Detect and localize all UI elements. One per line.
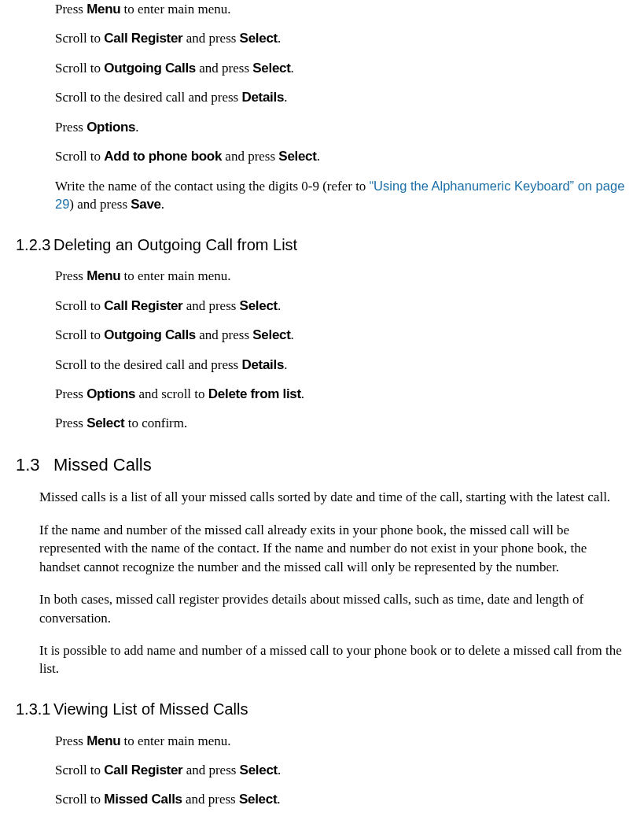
- ui-keyword: Select: [252, 61, 290, 76]
- step-line: Scroll to Call Register and press Select…: [55, 29, 628, 47]
- ui-keyword: Select: [239, 792, 277, 807]
- heading-title: Missed Calls: [53, 455, 152, 475]
- step-line: Press Options.: [55, 118, 628, 136]
- ui-keyword: Call Register: [104, 298, 182, 313]
- step-line: Scroll to Outgoing Calls and press Selec…: [55, 326, 628, 344]
- ui-keyword: Delete from list: [208, 386, 301, 401]
- step-text: Scroll to: [55, 298, 104, 313]
- ui-keyword: Details: [241, 357, 284, 372]
- step-line: Write the name of the contact using the …: [55, 177, 628, 214]
- step-text: and press: [182, 298, 239, 313]
- heading-title: Viewing List of Missed Calls: [53, 700, 248, 718]
- step-line: Scroll to the desired call and press Det…: [55, 356, 628, 374]
- step-text: Scroll to: [55, 763, 104, 777]
- step-text: Press: [55, 733, 86, 748]
- step-text: to confirm.: [124, 416, 187, 430]
- step-line: Scroll to Call Register and press Select…: [55, 297, 628, 315]
- step-text: Scroll to the desired call and press: [55, 357, 241, 372]
- step-text: .: [291, 327, 294, 342]
- heading-number: 1.3.1: [16, 699, 53, 721]
- heading-1-2-3: 1.2.3Deleting an Outgoing Call from List: [16, 235, 628, 257]
- paragraph: If the name and number of the missed cal…: [39, 521, 628, 576]
- step-line: Scroll to Add to phone book and press Se…: [55, 147, 628, 165]
- ui-keyword: Details: [241, 90, 284, 105]
- step-text: and press: [182, 31, 239, 46]
- ui-keyword: Menu: [86, 2, 120, 17]
- ui-keyword: Select: [240, 298, 278, 313]
- step-text: Scroll to: [55, 792, 104, 807]
- step-text: .: [161, 197, 164, 212]
- ui-keyword: Options: [86, 120, 135, 135]
- ui-keyword: Menu: [86, 268, 120, 283]
- ui-keyword: Call Register: [104, 763, 182, 777]
- step-line: Press Menu to enter main menu.: [55, 732, 628, 750]
- step-text: and scroll to: [135, 386, 208, 401]
- ui-keyword: Select: [240, 763, 278, 777]
- step-text: .: [277, 792, 280, 807]
- ui-keyword: Select: [278, 149, 316, 164]
- step-text: Press: [55, 268, 86, 283]
- step-text: Write the name of the contact using the …: [55, 179, 370, 194]
- step-line: Scroll to Outgoing Calls and press Selec…: [55, 59, 628, 77]
- step-line: Press Select to confirm.: [55, 414, 628, 432]
- heading-number: 1.2.3: [16, 235, 53, 257]
- ui-keyword: Save: [131, 197, 161, 212]
- step-text: .: [135, 120, 138, 135]
- ui-keyword: Select: [86, 416, 124, 430]
- step-line: Press Menu to enter main menu.: [55, 0, 628, 18]
- step-text: .: [278, 763, 281, 777]
- step-line: Press Menu to enter main menu.: [55, 267, 628, 285]
- ui-keyword: Options: [86, 386, 135, 401]
- step-text: Press: [55, 386, 86, 401]
- step-text: to enter main menu.: [120, 2, 230, 17]
- heading-1-3: 1.3Missed Calls: [16, 453, 628, 477]
- ui-keyword: Call Register: [104, 31, 182, 46]
- step-text: Press: [55, 120, 86, 135]
- paragraph: It is possible to add name and number of…: [39, 641, 628, 678]
- step-line: Scroll to the desired call and press Det…: [55, 88, 628, 106]
- step-text: and press: [222, 149, 278, 164]
- step-text: Scroll to: [55, 61, 104, 76]
- step-text: Scroll to: [55, 149, 104, 164]
- step-text: .: [301, 386, 304, 401]
- step-text: .: [317, 149, 320, 164]
- step-text: Scroll to the desired call and press: [55, 90, 241, 105]
- step-text: Scroll to: [55, 31, 104, 46]
- step-text: and press: [182, 763, 239, 777]
- step-line: Press Options and scroll to Delete from …: [55, 385, 628, 403]
- step-text: .: [284, 90, 287, 105]
- ui-keyword: Menu: [86, 733, 120, 748]
- ui-keyword: Add to phone book: [104, 149, 222, 164]
- paragraph: In both cases, missed call register prov…: [39, 590, 628, 627]
- paragraph: Missed calls is a list of all your misse…: [39, 488, 628, 506]
- step-text: Scroll to: [55, 327, 104, 342]
- step-text: ) and press: [69, 197, 131, 212]
- ui-keyword: Outgoing Calls: [104, 327, 196, 342]
- step-text: to enter main menu.: [120, 733, 230, 748]
- step-text: and press: [196, 327, 252, 342]
- heading-number: 1.3: [16, 453, 53, 477]
- step-text: .: [291, 61, 294, 76]
- step-text: and press: [182, 792, 239, 807]
- ui-keyword: Select: [252, 327, 290, 342]
- step-text: and press: [196, 61, 252, 76]
- step-text: .: [278, 31, 281, 46]
- step-line: Scroll to Call Register and press Select…: [55, 761, 628, 779]
- step-text: Press: [55, 2, 86, 17]
- step-line: Scroll to Missed Calls and press Select.: [55, 790, 628, 808]
- step-text: .: [278, 298, 281, 313]
- ui-keyword: Select: [240, 31, 278, 46]
- step-text: .: [284, 357, 287, 372]
- heading-1-3-1: 1.3.1Viewing List of Missed Calls: [16, 699, 628, 721]
- heading-title: Deleting an Outgoing Call from List: [53, 236, 297, 253]
- step-text: to enter main menu.: [120, 268, 230, 283]
- ui-keyword: Outgoing Calls: [104, 61, 196, 76]
- ui-keyword: Missed Calls: [104, 792, 182, 807]
- step-text: Press: [55, 416, 86, 430]
